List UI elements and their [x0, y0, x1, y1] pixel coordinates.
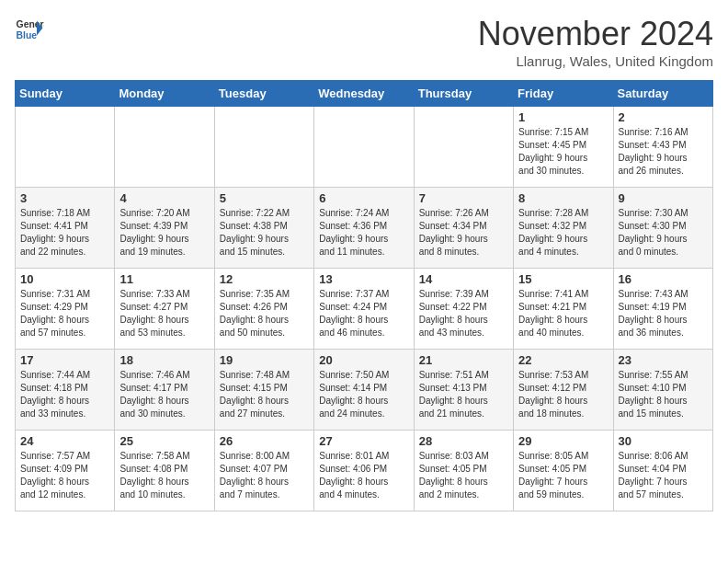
day-number: 25 — [119, 434, 209, 448]
calendar-cell: 4Sunrise: 7:20 AM Sunset: 4:39 PM Daylig… — [115, 188, 214, 269]
day-info: Sunrise: 7:58 AM Sunset: 4:08 PM Dayligh… — [119, 450, 209, 501]
location: Llanrug, Wales, United Kingdom — [478, 53, 713, 69]
calendar-cell: 30Sunrise: 8:06 AM Sunset: 4:04 PM Dayli… — [613, 431, 712, 511]
calendar-cell — [16, 107, 115, 188]
calendar-cell: 3Sunrise: 7:18 AM Sunset: 4:41 PM Daylig… — [16, 188, 115, 269]
header: General Blue November 2024 Llanrug, Wale… — [15, 15, 713, 69]
day-number: 14 — [419, 272, 508, 286]
day-info: Sunrise: 7:20 AM Sunset: 4:39 PM Dayligh… — [119, 207, 209, 259]
weekday-header-cell: Saturday — [613, 81, 712, 107]
calendar-cell — [314, 107, 414, 188]
day-info: Sunrise: 7:16 AM Sunset: 4:43 PM Dayligh… — [619, 126, 708, 178]
day-number: 7 — [419, 191, 508, 205]
calendar-cell: 7Sunrise: 7:26 AM Sunset: 4:34 PM Daylig… — [414, 188, 513, 269]
day-info: Sunrise: 7:57 AM Sunset: 4:09 PM Dayligh… — [20, 450, 109, 501]
day-info: Sunrise: 7:44 AM Sunset: 4:18 PM Dayligh… — [20, 369, 109, 420]
day-number: 13 — [319, 272, 408, 286]
calendar-cell: 2Sunrise: 7:16 AM Sunset: 4:43 PM Daylig… — [613, 107, 712, 188]
day-number: 21 — [419, 353, 508, 367]
day-info: Sunrise: 7:39 AM Sunset: 4:22 PM Dayligh… — [419, 288, 508, 339]
day-number: 2 — [619, 110, 708, 124]
calendar-cell: 23Sunrise: 7:55 AM Sunset: 4:10 PM Dayli… — [613, 350, 712, 431]
calendar-week-row: 17Sunrise: 7:44 AM Sunset: 4:18 PM Dayli… — [16, 350, 713, 431]
calendar-cell — [214, 107, 313, 188]
day-info: Sunrise: 7:26 AM Sunset: 4:34 PM Dayligh… — [419, 207, 508, 259]
weekday-header-cell: Friday — [514, 81, 613, 107]
calendar-cell: 21Sunrise: 7:51 AM Sunset: 4:13 PM Dayli… — [414, 350, 513, 431]
day-info: Sunrise: 7:50 AM Sunset: 4:14 PM Dayligh… — [319, 369, 408, 420]
calendar-cell: 8Sunrise: 7:28 AM Sunset: 4:32 PM Daylig… — [514, 188, 613, 269]
day-number: 29 — [518, 434, 608, 448]
calendar-cell: 22Sunrise: 7:53 AM Sunset: 4:12 PM Dayli… — [514, 350, 613, 431]
calendar-cell: 1Sunrise: 7:15 AM Sunset: 4:45 PM Daylig… — [514, 107, 613, 188]
calendar-cell: 10Sunrise: 7:31 AM Sunset: 4:29 PM Dayli… — [16, 269, 115, 350]
day-info: Sunrise: 8:05 AM Sunset: 4:05 PM Dayligh… — [518, 450, 608, 501]
day-number: 17 — [20, 353, 109, 367]
day-number: 28 — [419, 434, 508, 448]
calendar-cell: 25Sunrise: 7:58 AM Sunset: 4:08 PM Dayli… — [115, 431, 214, 511]
calendar-cell: 26Sunrise: 8:00 AM Sunset: 4:07 PM Dayli… — [214, 431, 313, 511]
calendar-cell: 15Sunrise: 7:41 AM Sunset: 4:21 PM Dayli… — [514, 269, 613, 350]
calendar-cell: 29Sunrise: 8:05 AM Sunset: 4:05 PM Dayli… — [514, 431, 613, 511]
day-info: Sunrise: 7:35 AM Sunset: 4:26 PM Dayligh… — [220, 288, 309, 339]
day-number: 20 — [319, 353, 408, 367]
calendar-body: 1Sunrise: 7:15 AM Sunset: 4:45 PM Daylig… — [16, 107, 713, 511]
calendar-cell: 9Sunrise: 7:30 AM Sunset: 4:30 PM Daylig… — [613, 188, 712, 269]
calendar-week-row: 3Sunrise: 7:18 AM Sunset: 4:41 PM Daylig… — [16, 188, 713, 269]
weekday-header-cell: Tuesday — [214, 81, 313, 107]
day-number: 12 — [220, 272, 309, 286]
calendar-week-row: 10Sunrise: 7:31 AM Sunset: 4:29 PM Dayli… — [16, 269, 713, 350]
day-info: Sunrise: 7:31 AM Sunset: 4:29 PM Dayligh… — [20, 288, 109, 339]
day-info: Sunrise: 8:01 AM Sunset: 4:06 PM Dayligh… — [319, 450, 408, 501]
day-info: Sunrise: 7:55 AM Sunset: 4:10 PM Dayligh… — [619, 369, 708, 420]
day-number: 27 — [319, 434, 408, 448]
day-number: 1 — [518, 110, 608, 124]
calendar-cell: 16Sunrise: 7:43 AM Sunset: 4:19 PM Dayli… — [613, 269, 712, 350]
day-number: 9 — [619, 191, 708, 205]
calendar-cell: 13Sunrise: 7:37 AM Sunset: 4:24 PM Dayli… — [314, 269, 414, 350]
day-number: 6 — [319, 191, 408, 205]
day-number: 19 — [220, 353, 309, 367]
calendar-cell: 5Sunrise: 7:22 AM Sunset: 4:38 PM Daylig… — [214, 188, 313, 269]
day-number: 24 — [20, 434, 109, 448]
day-info: Sunrise: 7:53 AM Sunset: 4:12 PM Dayligh… — [518, 369, 608, 420]
month-title: November 2024 — [478, 15, 713, 53]
day-info: Sunrise: 7:41 AM Sunset: 4:21 PM Dayligh… — [518, 288, 608, 339]
day-number: 8 — [518, 191, 608, 205]
calendar-cell: 17Sunrise: 7:44 AM Sunset: 4:18 PM Dayli… — [16, 350, 115, 431]
day-info: Sunrise: 7:15 AM Sunset: 4:45 PM Dayligh… — [518, 126, 608, 178]
day-number: 5 — [220, 191, 309, 205]
day-number: 23 — [619, 353, 708, 367]
day-info: Sunrise: 8:06 AM Sunset: 4:04 PM Dayligh… — [619, 450, 708, 501]
day-number: 15 — [518, 272, 608, 286]
day-info: Sunrise: 8:03 AM Sunset: 4:05 PM Dayligh… — [419, 450, 508, 501]
day-number: 18 — [119, 353, 209, 367]
calendar-cell — [115, 107, 214, 188]
day-info: Sunrise: 7:51 AM Sunset: 4:13 PM Dayligh… — [419, 369, 508, 420]
calendar-cell: 24Sunrise: 7:57 AM Sunset: 4:09 PM Dayli… — [16, 431, 115, 511]
calendar-cell: 12Sunrise: 7:35 AM Sunset: 4:26 PM Dayli… — [214, 269, 313, 350]
day-number: 10 — [20, 272, 109, 286]
calendar-cell: 18Sunrise: 7:46 AM Sunset: 4:17 PM Dayli… — [115, 350, 214, 431]
weekday-header-cell: Wednesday — [314, 81, 414, 107]
calendar-cell: 6Sunrise: 7:24 AM Sunset: 4:36 PM Daylig… — [314, 188, 414, 269]
calendar-cell: 11Sunrise: 7:33 AM Sunset: 4:27 PM Dayli… — [115, 269, 214, 350]
weekday-header-cell: Monday — [115, 81, 214, 107]
logo: General Blue — [15, 15, 44, 44]
day-info: Sunrise: 7:24 AM Sunset: 4:36 PM Dayligh… — [319, 207, 408, 259]
calendar-table: SundayMondayTuesdayWednesdayThursdayFrid… — [15, 80, 713, 511]
title-block: November 2024 Llanrug, Wales, United Kin… — [478, 15, 713, 69]
day-info: Sunrise: 7:33 AM Sunset: 4:27 PM Dayligh… — [119, 288, 209, 339]
calendar-cell — [414, 107, 513, 188]
day-number: 30 — [619, 434, 708, 448]
weekday-header-cell: Thursday — [414, 81, 513, 107]
day-info: Sunrise: 7:30 AM Sunset: 4:30 PM Dayligh… — [619, 207, 708, 259]
day-number: 22 — [518, 353, 608, 367]
day-info: Sunrise: 7:46 AM Sunset: 4:17 PM Dayligh… — [119, 369, 209, 420]
svg-text:Blue: Blue — [17, 30, 38, 40]
calendar-week-row: 24Sunrise: 7:57 AM Sunset: 4:09 PM Dayli… — [16, 431, 713, 511]
day-info: Sunrise: 7:22 AM Sunset: 4:38 PM Dayligh… — [220, 207, 309, 259]
weekday-header-cell: Sunday — [16, 81, 115, 107]
calendar-cell: 28Sunrise: 8:03 AM Sunset: 4:05 PM Dayli… — [414, 431, 513, 511]
calendar-cell: 19Sunrise: 7:48 AM Sunset: 4:15 PM Dayli… — [214, 350, 313, 431]
